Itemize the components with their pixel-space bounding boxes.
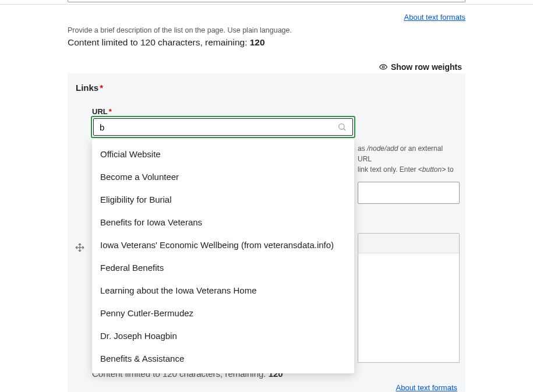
url-label-text: URL [92, 107, 108, 116]
required-indicator: * [100, 83, 103, 93]
search-icon [337, 122, 347, 132]
url-hint-text: as /node/add or an external URL link tex… [358, 143, 458, 175]
dropdown-item[interactable]: Learning about the Iowa Veterans Home [92, 279, 354, 302]
show-row-weights-label: Show row weights [391, 62, 462, 72]
svg-line-2 [344, 129, 345, 130]
textarea-box[interactable] [358, 233, 460, 363]
char-limit-count: 120 [250, 37, 265, 47]
about-text-formats-link[interactable]: About text formats [404, 13, 466, 22]
top-divider [0, 4, 533, 5]
dropdown-item[interactable]: Federal Benefits [92, 256, 354, 279]
about-text-formats-link-bottom[interactable]: About text formats [396, 383, 458, 392]
url-input-wrapper [91, 116, 355, 138]
textarea-toolbar [358, 234, 459, 253]
drag-handle-icon[interactable] [75, 242, 85, 253]
eye-icon [379, 63, 387, 71]
dropdown-item[interactable]: Penny Cutler-Bermudez [92, 302, 354, 324]
dropdown-item[interactable]: Iowa Veterans' Economic Wellbeing (from … [92, 234, 354, 256]
svg-point-0 [382, 66, 384, 68]
description-help-text: Provide a brief description of the list … [68, 26, 292, 34]
dropdown-item[interactable]: Official Website [92, 143, 354, 165]
char-limit-prefix: Content limited to 120 characters, remai… [68, 37, 250, 47]
svg-point-1 [339, 124, 344, 129]
links-title-text: Links [76, 83, 98, 93]
show-row-weights-toggle[interactable]: Show row weights [379, 62, 462, 72]
url-field-label: URL* [92, 107, 112, 116]
link-text-input[interactable] [358, 182, 460, 204]
url-input[interactable] [100, 122, 337, 132]
url-input-inner [93, 118, 353, 136]
required-indicator: * [109, 107, 112, 116]
dropdown-item[interactable]: Eligibility for Burial [92, 188, 354, 211]
dropdown-item[interactable]: Benefits for Iowa Veterans [92, 211, 354, 234]
links-section-title: Links* [76, 83, 457, 93]
collapsed-editor-box [68, 0, 465, 2]
dropdown-item[interactable]: Benefits & Assistance [92, 347, 354, 370]
dropdown-item[interactable]: Dr. Joseph Hoagbin [92, 324, 354, 347]
url-autocomplete-dropdown: Official Website Become a Volunteer Elig… [92, 139, 354, 373]
links-panel: Links* URL* as /node/add or an external … [68, 73, 465, 392]
dropdown-item[interactable]: Become a Volunteer [92, 165, 354, 188]
char-limit-text: Content limited to 120 characters, remai… [68, 37, 265, 48]
